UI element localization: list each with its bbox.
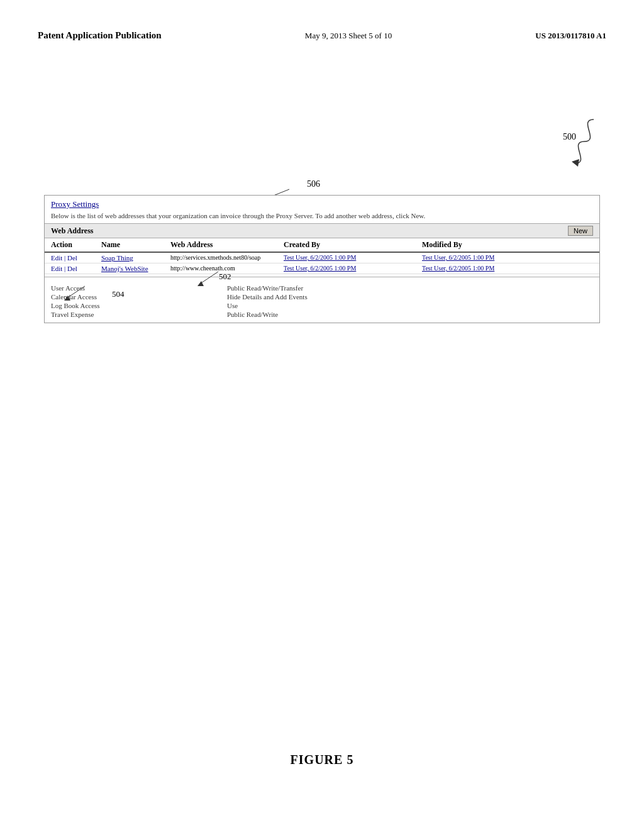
permission-item-4: Travel Expense [51,310,227,319]
permissions-right-column: Public Read/Write/Transfer Hide Details … [227,284,593,319]
arrow-504-icon [63,283,88,304]
web-address-bar: Web Address New [45,223,599,238]
row1-modified-by: Test User, 6/2/2005 1:00 PM [422,254,548,262]
svg-line-4 [66,286,85,299]
row2-action[interactable]: Edit | Del [51,265,101,272]
web-address-section-label: Web Address [51,226,568,236]
ref-504-label: 504 [112,289,125,299]
row2-created-by: Test User, 6/2/2005 1:00 PM [284,265,422,272]
permissions-section: User Access Calendar Access Log Book Acc… [45,280,599,323]
col-header-web-address: Web Address [170,240,284,250]
header-patent-number: US 2013/0117810 A1 [535,31,606,41]
row1-action[interactable]: Edit | Del [51,254,101,262]
row1-web-address: http://services.xmethods.net80/soap [170,254,284,262]
col-header-name: Name [101,240,170,250]
permission-value-2: Hide Details and Add Events [227,292,593,301]
row1-name[interactable]: Soap Thing [101,254,170,262]
table-header-row: Action Name Web Address Created By Modif… [45,238,599,253]
section-separator [45,277,599,277]
arrow-500-icon [565,116,603,169]
ref-506-label: 506 [307,179,320,189]
arrow-502-icon [196,268,221,290]
svg-marker-0 [572,159,579,167]
header-date-sheet: May 9, 2013 Sheet 5 of 10 [305,31,392,41]
figure-label: FIGURE 5 [0,753,644,767]
svg-line-2 [199,272,218,284]
col-header-modified-by: Modified By [422,240,548,250]
new-button[interactable]: New [568,226,593,236]
permission-value-3: Use [227,301,593,310]
proxy-settings-panel: Proxy Settings Below is the list of web … [44,195,600,323]
proxy-settings-title: Proxy Settings [45,196,105,211]
row2-name[interactable]: Manoj's WebSite [101,265,170,272]
permission-value-4: Public Read/Write [227,310,593,319]
table-row: Edit | Del Manoj's WebSite http://www.ch… [45,263,599,274]
header-publication: Patent Application Publication [38,30,162,41]
proxy-settings-description: Below is the list of web addresses that … [45,211,599,223]
permission-value-1: Public Read/Write/Transfer [227,284,593,292]
page-header: Patent Application Publication May 9, 20… [38,30,606,41]
row2-modified-by: Test User, 6/2/2005 1:00 PM [422,265,548,272]
row1-created-by: Test User, 6/2/2005 1:00 PM [284,254,422,262]
col-header-action: Action [51,240,101,250]
col-header-created-by: Created By [284,240,422,250]
table-row: Edit | Del Soap Thing http://services.xm… [45,253,599,263]
